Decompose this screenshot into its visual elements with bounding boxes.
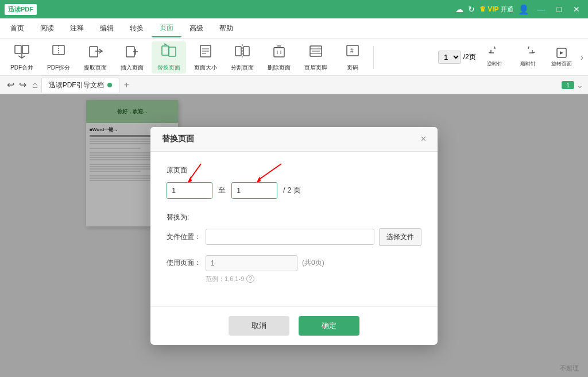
menu-annotate[interactable]: 注释 — [62, 20, 92, 37]
use-pages-input[interactable] — [206, 255, 297, 271]
counterclockwise-label: 逆时针 — [487, 60, 502, 68]
insert-pages-button[interactable]: 插入页面 — [115, 41, 149, 74]
menu-advanced[interactable]: 高级 — [181, 20, 211, 37]
menu-read[interactable]: 阅读 — [32, 20, 62, 37]
pdf-split-label: PDF拆分 — [47, 64, 70, 72]
to-page-input[interactable] — [231, 182, 277, 199]
select-file-button[interactable]: 选择文件 — [379, 228, 421, 246]
pdf-merge-button[interactable]: PDF合并 — [5, 41, 39, 74]
replace-for-label: 替换为: — [167, 213, 421, 222]
svg-rect-11 — [169, 47, 176, 56]
menu-home[interactable]: 首页 — [2, 20, 32, 37]
rotate-page-button[interactable]: 旋转页面 — [547, 41, 576, 74]
extract-pages-label: 提取页面 — [84, 64, 107, 72]
file-position-row: 文件位置： 选择文件 — [167, 228, 421, 246]
menu-help[interactable]: 帮助 — [211, 20, 241, 37]
expand-icon[interactable]: ⌄ — [577, 80, 583, 90]
original-page-label: 原页面 — [167, 166, 421, 175]
to-text: 至 — [218, 185, 226, 195]
page-number-button[interactable]: # 页码 — [335, 41, 370, 74]
tabbar: ↩ ↪ ⌂ 迅读PDF引导文档 + 1 ⌄ — [0, 76, 588, 94]
svg-rect-1 — [22, 45, 29, 53]
counterclockwise-button[interactable]: 逆时针 — [481, 41, 509, 74]
page-select[interactable]: 1 2 — [438, 51, 461, 64]
app-logo: 迅读PDF — [5, 4, 37, 15]
extract-pages-button[interactable]: 提取页面 — [78, 41, 113, 74]
undo-button[interactable]: ↩ — [5, 78, 17, 91]
svg-rect-7 — [126, 47, 134, 57]
add-tab-button[interactable]: + — [119, 78, 134, 93]
pdf-split-icon — [51, 43, 67, 63]
cancel-button[interactable]: 取消 — [229, 316, 289, 336]
toolbar-right: 1 2 /2页 逆时针 顺时针 — [438, 41, 583, 74]
tab-modified-dot — [107, 83, 112, 87]
maximize-button[interactable]: □ — [554, 3, 565, 15]
use-pages-row: 使用页面： (共0页) — [167, 255, 421, 271]
replace-pages-button[interactable]: 替换页面 — [152, 41, 186, 74]
help-icon[interactable]: ? — [246, 275, 254, 283]
redo-button[interactable]: ↪ — [17, 78, 29, 91]
clockwise-icon — [522, 47, 535, 60]
svg-rect-19 — [274, 48, 284, 57]
header-footer-button[interactable]: 页眉页脚 — [299, 41, 333, 74]
example-text: 范例：1,6,1-9 — [206, 275, 244, 283]
clockwise-label: 顺时针 — [520, 60, 536, 68]
file-position-label: 文件位置： — [167, 232, 201, 242]
toolbar: PDF合并 PDF拆分 提取页面 插入页面 — [0, 39, 588, 76]
titlebar-left: 迅读PDF — [5, 4, 37, 15]
delete-pages-label: 删除页面 — [268, 64, 291, 72]
minimize-button[interactable]: — — [534, 3, 549, 15]
split-pages-label: 分割页面 — [231, 64, 254, 72]
titlebar: 迅读PDF ☁ ↻ ♛ VIP 开通 👤 — □ ✕ — [0, 0, 588, 18]
dialog-close-button[interactable]: × — [421, 134, 426, 144]
dialog-title: 替换页面 × — [150, 127, 438, 152]
vip-text: VIP — [488, 5, 498, 13]
insert-pages-label: 插入页面 — [121, 64, 144, 72]
rotate-page-label: 旋转页面 — [551, 60, 572, 68]
total-pages-info: (共0页) — [302, 258, 324, 268]
pdf-split-button[interactable]: PDF拆分 — [41, 41, 76, 74]
pdf-merge-icon — [14, 43, 30, 63]
page-number-icon: # — [345, 43, 361, 63]
delete-pages-button[interactable]: 删除页面 — [262, 41, 296, 74]
use-pages-label: 使用页面： — [167, 258, 201, 268]
dialog-title-text: 替换页面 — [162, 134, 194, 144]
insert-pages-icon — [124, 43, 140, 63]
menubar: 首页 阅读 注释 编辑 转换 页面 高级 帮助 — [0, 18, 588, 39]
delete-pages-icon — [271, 43, 287, 63]
vip-badge[interactable]: ♛ VIP 开通 — [479, 5, 513, 14]
titlebar-right: ☁ ↻ ♛ VIP 开通 👤 — □ ✕ — [455, 3, 583, 15]
toolbar-extras: 1 ⌄ — [562, 80, 583, 90]
open-text: 开通 — [501, 5, 513, 14]
svg-rect-17 — [243, 47, 249, 56]
page-size-icon — [198, 43, 214, 63]
dialog-body: 原页面 至 / — [150, 152, 438, 306]
confirm-button[interactable]: 确定 — [299, 316, 359, 336]
svg-rect-16 — [235, 47, 241, 56]
menu-edit[interactable]: 编辑 — [92, 20, 122, 37]
close-window-button[interactable]: ✕ — [570, 3, 583, 15]
menu-convert[interactable]: 转换 — [122, 20, 152, 37]
refresh-icon: ↻ — [468, 5, 475, 14]
content-area: 你好，欢迎... ■Word一键... — [0, 94, 588, 377]
total-pages-text: / 2 页 — [283, 185, 301, 195]
extract-pages-icon — [87, 43, 103, 63]
page-size-button[interactable]: 页面大小 — [188, 41, 223, 74]
header-footer-icon — [308, 43, 324, 63]
user-icon[interactable]: 👤 — [518, 4, 529, 15]
split-pages-icon — [234, 43, 250, 63]
home-button[interactable]: ⌂ — [29, 79, 41, 91]
from-page-input[interactable] — [167, 182, 212, 199]
file-path-input[interactable] — [206, 229, 374, 245]
modal-overlay: 替换页面 × 原页面 — [0, 94, 588, 377]
menu-page[interactable]: 页面 — [152, 20, 181, 37]
tab-document[interactable]: 迅读PDF引导文档 — [41, 78, 119, 93]
toolbar-expand-icon[interactable]: › — [581, 52, 583, 63]
page-range-row: 至 / 2 页 — [167, 182, 421, 199]
pdf-merge-label: PDF合并 — [10, 64, 33, 72]
total-pages-label: /2页 — [463, 52, 476, 62]
current-page-badge: 1 — [562, 81, 574, 89]
clockwise-button[interactable]: 顺时针 — [514, 41, 543, 74]
split-pages-button[interactable]: 分割页面 — [225, 41, 260, 74]
page-range-section: 至 / 2 页 — [167, 182, 421, 199]
